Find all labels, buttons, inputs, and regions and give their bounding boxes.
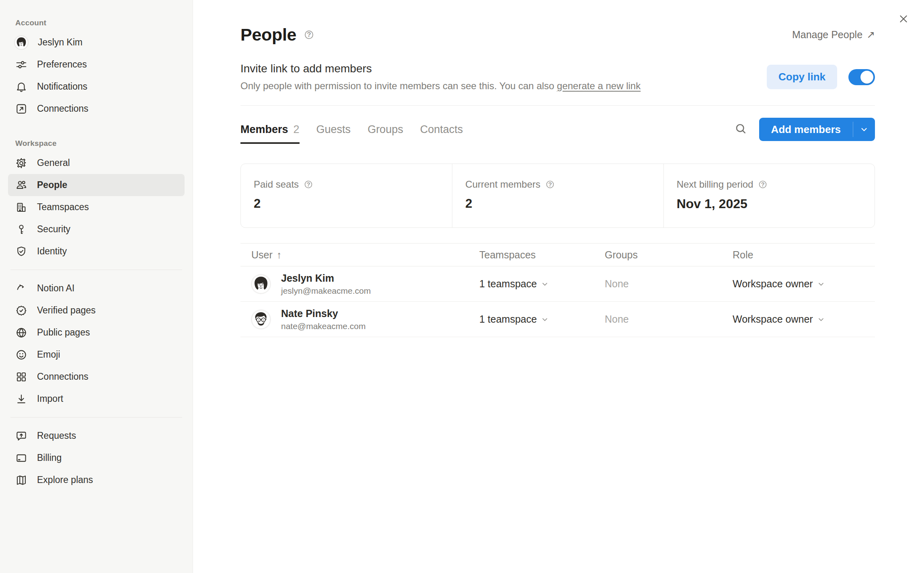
sidebar-item-verified-pages[interactable]: Verified pages (8, 299, 185, 321)
groups-value: None (605, 313, 629, 325)
sidebar-item-label: Preferences (37, 59, 87, 70)
section-divider (240, 105, 875, 106)
sidebar-item-label: Notifications (37, 81, 87, 92)
help-icon[interactable]: ? (758, 180, 768, 189)
stat-paid-seats: Paid seats ? 2 (241, 164, 452, 227)
sidebar-item-label: Notion AI (37, 283, 74, 294)
settings-sidebar: Account Jeslyn Kim Preferences Notificat… (0, 0, 193, 573)
close-icon[interactable] (897, 12, 910, 26)
search-icon[interactable] (734, 122, 747, 137)
stat-current-members: Current members ? 2 (452, 164, 663, 227)
svg-text:?: ? (761, 181, 765, 188)
user-email: nate@makeacme.com (281, 321, 365, 331)
sidebar-item-requests[interactable]: Requests (8, 425, 185, 447)
smiley-icon (15, 349, 27, 361)
sidebar-item-teamspaces[interactable]: Teamspaces (8, 196, 185, 218)
tab-contacts[interactable]: Contacts (420, 119, 463, 144)
sidebar-item-label: Import (37, 393, 63, 404)
sidebar-item-notifications[interactable]: Notifications (8, 76, 185, 98)
table-row[interactable]: Jeslyn Kim jeslyn@makeacme.com 1 teamspa… (240, 266, 875, 302)
teamspaces-dropdown[interactable]: 1 teamspace (479, 313, 605, 325)
sidebar-item-billing[interactable]: Billing (8, 447, 185, 469)
sidebar-item-label: Public pages (37, 327, 90, 338)
user-cell: Jeslyn Kim jeslyn@makeacme.com (240, 272, 479, 296)
jeslyn-avatar (251, 274, 271, 294)
groups-value: None (605, 278, 629, 289)
sidebar-item-label: Requests (37, 430, 76, 441)
stat-value: 2 (465, 196, 663, 211)
user-email: jeslyn@makeacme.com (281, 286, 371, 296)
invite-link-toggle[interactable] (848, 69, 875, 85)
sidebar-item-public-pages[interactable]: Public pages (8, 321, 185, 344)
role-dropdown[interactable]: Workspace owner (733, 313, 875, 325)
sidebar-item-label: Emoji (37, 349, 60, 360)
sidebar-item-label: General (37, 158, 70, 168)
jeslyn-avatar-icon (14, 36, 28, 49)
sidebar-item-notion-ai[interactable]: Notion AI (8, 277, 185, 299)
sidebar-item-label: Connections (37, 371, 88, 382)
column-role: Role (733, 249, 875, 261)
copy-link-button[interactable]: Copy link (767, 65, 837, 89)
tab-bar: Members2 Guests Groups Contacts (240, 119, 463, 144)
sidebar-item-connections-workspace[interactable]: Connections (8, 366, 185, 388)
column-teamspaces: Teamspaces (479, 249, 605, 261)
shield-check-icon (15, 246, 27, 258)
column-user[interactable]: User↑ (240, 249, 479, 261)
sidebar-item-label: Connections (37, 103, 88, 114)
svg-text:?: ? (306, 181, 310, 188)
sidebar-item-label: Security (37, 224, 70, 235)
key-icon (15, 223, 27, 235)
column-groups: Groups (605, 249, 733, 261)
sidebar-item-identity[interactable]: Identity (8, 240, 185, 262)
credit-card-icon (15, 452, 27, 464)
chevron-down-icon (541, 315, 549, 323)
chevron-down-icon[interactable] (853, 118, 875, 141)
sidebar-item-connections-account[interactable]: Connections (8, 98, 185, 120)
gear-icon (15, 157, 27, 169)
teamspaces-dropdown[interactable]: 1 teamspace (479, 278, 605, 290)
sidebar-item-explore-plans[interactable]: Explore plans (8, 469, 185, 491)
svg-text:?: ? (307, 31, 311, 39)
tab-members[interactable]: Members2 (240, 119, 300, 144)
sidebar-item-people[interactable]: People (8, 174, 185, 196)
add-members-button[interactable]: Add members (759, 118, 875, 141)
user-name: Nate Pinsky (281, 308, 365, 319)
table-row[interactable]: Nate Pinsky nate@makeacme.com 1 teamspac… (240, 302, 875, 337)
people-icon (15, 179, 27, 191)
download-icon (15, 393, 27, 405)
sidebar-item-label: Identity (37, 246, 67, 257)
stat-next-billing-period: Next billing period ? Nov 1, 2025 (663, 164, 875, 227)
map-icon (15, 474, 27, 486)
help-icon[interactable]: ? (545, 180, 555, 189)
tab-groups[interactable]: Groups (368, 119, 403, 144)
message-up-icon (15, 430, 27, 442)
chevron-down-icon (817, 315, 825, 323)
user-name: Jeslyn Kim (281, 272, 371, 284)
page-title: People (240, 25, 296, 45)
help-icon[interactable]: ? (304, 180, 313, 189)
sort-ascending-icon[interactable]: ↑ (277, 249, 282, 260)
sidebar-item-account-user[interactable]: Jeslyn Kim (8, 31, 185, 53)
members-table: User↑ Teamspaces Groups Role Jeslyn Kim … (240, 243, 875, 337)
chevron-down-icon (541, 280, 549, 288)
user-cell: Nate Pinsky nate@makeacme.com (240, 308, 479, 331)
globe-icon (15, 327, 27, 339)
help-icon[interactable]: ? (304, 29, 314, 40)
sidebar-item-preferences[interactable]: Preferences (8, 53, 185, 76)
manage-people-link[interactable]: Manage People↗ (792, 29, 875, 41)
sidebar-item-label: People (37, 180, 67, 190)
sidebar-item-general[interactable]: General (8, 152, 185, 174)
arrow-up-right-box-icon (15, 103, 27, 115)
role-dropdown[interactable]: Workspace owner (733, 278, 875, 290)
stat-value: 2 (254, 196, 452, 211)
sidebar-section-account: Account (15, 18, 193, 27)
bell-icon (15, 81, 27, 93)
generate-new-link[interactable]: generate a new link (557, 80, 641, 91)
sidebar-item-security[interactable]: Security (8, 218, 185, 240)
stat-value: Nov 1, 2025 (677, 196, 875, 211)
sidebar-item-label: Explore plans (37, 475, 93, 485)
invite-heading: Invite link to add members (240, 62, 641, 75)
sidebar-item-emoji[interactable]: Emoji (8, 344, 185, 366)
tab-guests[interactable]: Guests (316, 119, 351, 144)
sidebar-item-import[interactable]: Import (8, 388, 185, 410)
